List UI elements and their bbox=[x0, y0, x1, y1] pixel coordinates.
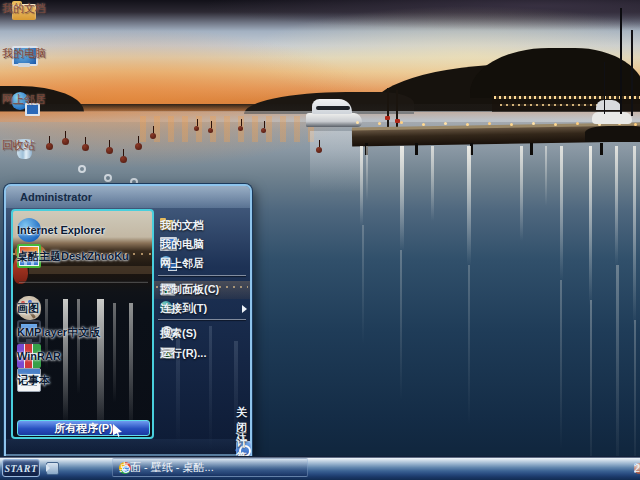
menu-item-my-documents[interactable]: 我的文档 bbox=[156, 215, 249, 234]
water-reflection bbox=[431, 146, 434, 221]
buoy bbox=[46, 143, 53, 150]
desktop-icon-label: 我的电脑 bbox=[2, 48, 46, 59]
sailboat bbox=[596, 100, 622, 110]
water-reflection bbox=[467, 146, 471, 266]
all-programs-button[interactable]: 所有程序(P) bbox=[17, 420, 150, 436]
menu-item-connect-to[interactable]: 连接到(T) bbox=[156, 298, 249, 317]
pier-post bbox=[600, 143, 603, 155]
menu-item-deskzhuoku-theme[interactable]: 桌酷主题DeskZhuoKu bbox=[17, 243, 150, 269]
menu-item-label: 运行(R)... bbox=[160, 347, 206, 359]
menu-item-label: 记事本 bbox=[17, 374, 50, 386]
water-reflection bbox=[633, 146, 636, 326]
menu-item-label: KMPlayer中文版 bbox=[17, 326, 100, 338]
menu-item-label: 桌酷主题DeskZhuoKu bbox=[17, 250, 129, 262]
water-reflection bbox=[400, 146, 404, 251]
buoy bbox=[261, 128, 266, 133]
menu-item-label: 画图 bbox=[17, 302, 39, 314]
buoy bbox=[62, 138, 69, 145]
sailboat-mast bbox=[604, 62, 605, 114]
buoy bbox=[120, 156, 127, 163]
menu-item-notepad[interactable]: 记事本 bbox=[17, 367, 150, 393]
user-name: Administrator bbox=[20, 186, 92, 208]
all-programs-label: 所有程序(P) bbox=[54, 421, 113, 436]
menu-item-network-places[interactable]: 网上邻居 bbox=[156, 253, 249, 272]
pier-post bbox=[530, 143, 533, 155]
water-reflection bbox=[520, 146, 523, 241]
menu-item-label: 我的电脑 bbox=[160, 238, 204, 250]
desktop-icon-label: 回收站 bbox=[2, 140, 35, 151]
menu-separator bbox=[158, 275, 246, 276]
buoy bbox=[238, 126, 243, 131]
menu-separator bbox=[19, 281, 148, 283]
pier-post bbox=[415, 143, 418, 155]
red-flag bbox=[385, 116, 390, 120]
buoy bbox=[316, 147, 322, 153]
desktop-icon-label: 网上邻居 bbox=[2, 94, 46, 105]
menu-item-search[interactable]: 搜索(S) bbox=[156, 323, 249, 342]
water-reflection bbox=[615, 146, 618, 266]
menu-item-label: 搜索(S) bbox=[160, 327, 197, 339]
buoy bbox=[135, 143, 142, 150]
sailboat-mast bbox=[631, 30, 633, 116]
start-menu-header: Administrator bbox=[6, 186, 250, 208]
red-flag bbox=[395, 119, 400, 123]
ring-buoy bbox=[78, 165, 86, 173]
task-button-label: 桌面 - 壁纸 - 桌酷... bbox=[119, 460, 214, 475]
water-shimmer bbox=[140, 116, 315, 142]
water-reflection bbox=[545, 146, 547, 206]
yacht-windows bbox=[316, 106, 350, 110]
water-reflection bbox=[560, 280, 562, 450]
menu-item-paint[interactable]: 画图 bbox=[17, 295, 150, 321]
quick-launch-expand-chevron-icon[interactable] bbox=[46, 464, 50, 472]
menu-item-label: WinRAR bbox=[17, 350, 61, 362]
clock[interactable]: 23:47 bbox=[634, 462, 640, 474]
start-button[interactable]: START bbox=[2, 459, 40, 477]
menu-item-winrar[interactable]: WinRAR bbox=[17, 343, 150, 369]
water-reflection bbox=[366, 146, 368, 201]
menu-item-run[interactable]: 运行(R)... bbox=[156, 343, 249, 362]
desktop-screen: 我的文档 我的电脑 网上邻居 回收站 Administrator bbox=[0, 0, 640, 480]
buoy bbox=[106, 147, 113, 154]
menu-item-label: 我的文档 bbox=[160, 219, 204, 231]
water-reflection bbox=[616, 265, 619, 480]
menu-item-label: 网上邻居 bbox=[160, 257, 204, 269]
menu-item-kmplayer[interactable]: KMPlayer中文版 bbox=[17, 319, 150, 345]
water-reflection bbox=[560, 146, 563, 281]
pier-lights bbox=[356, 121, 359, 124]
buoy bbox=[82, 144, 89, 151]
start-menu: Administrator Internet Explorer 桌酷主题Desk… bbox=[4, 184, 252, 456]
system-tray: 23:47 bbox=[628, 458, 640, 478]
buoy bbox=[194, 126, 199, 131]
menu-item-internet-explorer[interactable]: Internet Explorer bbox=[17, 217, 150, 243]
sailboat bbox=[592, 112, 632, 124]
submenu-arrow-icon bbox=[242, 305, 247, 313]
menu-separator bbox=[158, 319, 246, 320]
quick-launch-bar: e bbox=[46, 461, 112, 475]
buoy bbox=[208, 128, 213, 133]
sailboat-mast bbox=[620, 8, 622, 114]
browser-task-button[interactable]: 桌面 - 壁纸 - 桌酷... bbox=[112, 458, 308, 477]
yacht bbox=[306, 113, 362, 127]
water-reflection bbox=[590, 300, 592, 480]
start-button-label: START bbox=[4, 463, 37, 474]
boat-silhouette bbox=[585, 126, 640, 142]
menu-item-my-computer[interactable]: 我的电脑 bbox=[156, 234, 249, 253]
water-reflection bbox=[360, 146, 363, 226]
menu-item-label: 连接到(T) bbox=[160, 302, 207, 314]
menu-item-label: Internet Explorer bbox=[17, 224, 105, 236]
menu-item-label: 控制面板(C) bbox=[160, 283, 219, 295]
water-reflection bbox=[468, 265, 470, 425]
ring-buoy bbox=[104, 174, 112, 182]
menu-item-control-panel[interactable]: 控制面板(C) bbox=[156, 279, 249, 298]
buoy bbox=[150, 133, 156, 139]
harbor-lights bbox=[494, 96, 640, 99]
water-reflection bbox=[589, 146, 592, 306]
taskbar: START e 桌面 - 壁纸 - 桌酷... 23:47 bbox=[0, 456, 640, 480]
mouse-cursor bbox=[113, 424, 122, 437]
start-menu-programs-panel: Internet Explorer 桌酷主题DeskZhuoKu 画图 KMPl… bbox=[11, 209, 154, 439]
water-reflection bbox=[400, 250, 402, 400]
desktop-icon-label: 我的文档 bbox=[2, 3, 46, 14]
water-reflection bbox=[362, 225, 364, 345]
